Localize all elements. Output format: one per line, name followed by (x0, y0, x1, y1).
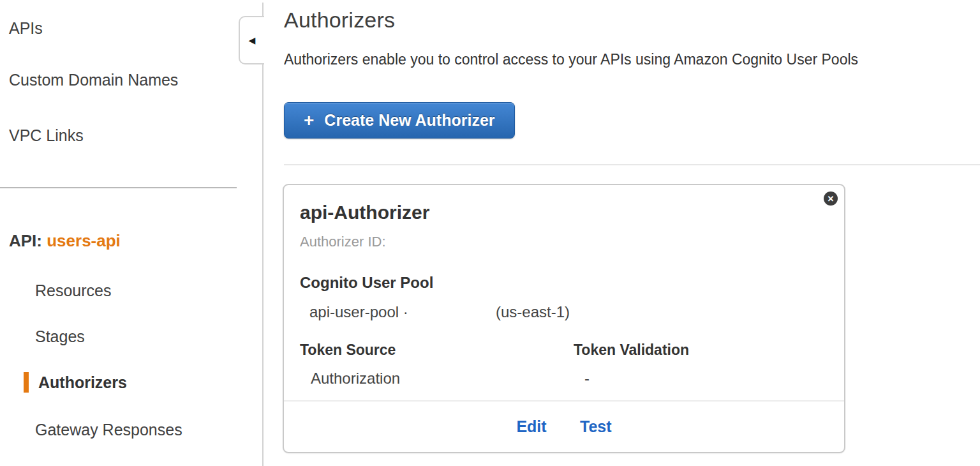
create-new-authorizer-button[interactable]: + Create New Authorizer (284, 102, 515, 139)
content-divider (284, 164, 980, 165)
pool-name: api-user-pool · (309, 303, 408, 320)
edit-link[interactable]: Edit (516, 417, 546, 436)
token-validation-label: Token Validation (574, 342, 689, 359)
token-validation-value: - (574, 370, 689, 387)
token-source-column: Token Source Authorization (300, 342, 400, 387)
card-footer-divider (284, 400, 844, 402)
close-icon: ✕ (828, 195, 835, 203)
card-close-button[interactable]: ✕ (824, 192, 838, 206)
main-content: Authorizers Authorizers enable you to co… (0, 0, 980, 466)
authorizer-name: api-Authorizer (300, 202, 429, 223)
card-footer: Edit Test (284, 417, 844, 436)
api-gateway-console: APIs Custom Domain Names VPC Links API: … (0, 0, 980, 466)
cognito-user-pool-label: Cognito User Pool (300, 274, 433, 292)
token-validation-column: Token Validation - (574, 342, 689, 387)
cognito-user-pool-value: api-user-pool · (us-east-1) (309, 303, 756, 321)
token-source-value: Authorization (300, 370, 400, 387)
page-description: Authorizers enable you to control access… (284, 51, 980, 68)
page-title: Authorizers (284, 8, 395, 33)
authorizer-id-label: Authorizer ID: (300, 234, 386, 250)
plus-icon: + (304, 112, 314, 130)
test-link[interactable]: Test (580, 417, 612, 436)
token-source-label: Token Source (300, 342, 400, 359)
pool-region: (us-east-1) (496, 303, 570, 321)
authorizer-card: ✕ api-Authorizer Authorizer ID: Cognito … (283, 184, 845, 453)
create-button-label: Create New Authorizer (324, 111, 494, 130)
